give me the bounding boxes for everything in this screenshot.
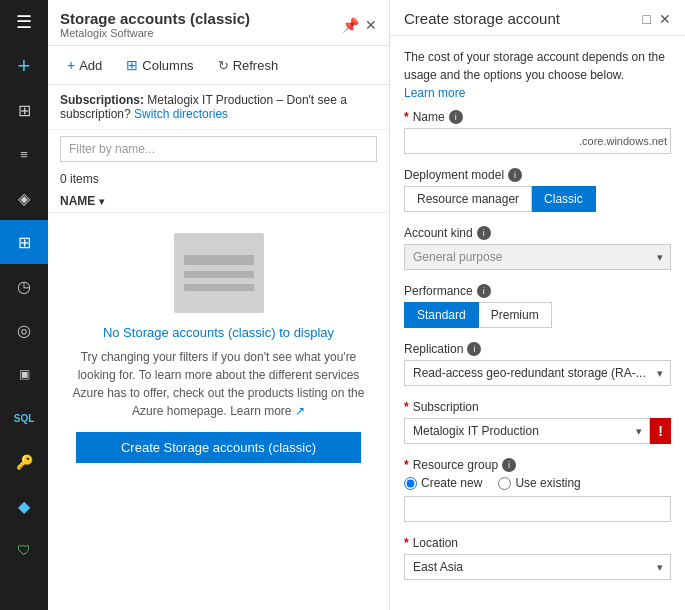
pin-icon[interactable]: 📌 bbox=[342, 17, 359, 33]
sort-icon: ▾ bbox=[99, 196, 104, 207]
performance-field-group: Performance i Standard Premium bbox=[404, 284, 671, 328]
use-existing-radio-label[interactable]: Use existing bbox=[498, 476, 580, 490]
panel-title: Storage accounts (classic) bbox=[60, 10, 250, 27]
deployment-classic-btn[interactable]: Classic bbox=[532, 186, 596, 212]
resource-group-input[interactable] bbox=[404, 496, 671, 522]
panel-header: Storage accounts (classic) Metalogix Sof… bbox=[48, 0, 389, 46]
right-close-icon[interactable]: ✕ bbox=[659, 11, 671, 27]
list-icon[interactable]: ≡ bbox=[0, 132, 48, 176]
box-icon[interactable]: ▣ bbox=[0, 352, 48, 396]
performance-standard-btn[interactable]: Standard bbox=[404, 302, 479, 328]
deployment-field-group: Deployment model i Resource manager Clas… bbox=[404, 168, 671, 212]
panel-subtitle: Metalogix Software bbox=[60, 27, 250, 39]
sql-icon[interactable]: SQL bbox=[0, 396, 48, 440]
rg-required-star: * bbox=[404, 458, 409, 472]
info-text: The cost of your storage account depends… bbox=[404, 48, 671, 102]
name-info-icon[interactable]: i bbox=[449, 110, 463, 124]
empty-illustration bbox=[174, 233, 264, 313]
maximize-icon[interactable]: □ bbox=[643, 11, 651, 27]
subscription-row: Metalogix IT Production ! bbox=[404, 418, 671, 444]
resource-group-label: * Resource group i bbox=[404, 458, 671, 472]
globe-icon[interactable]: ◎ bbox=[0, 308, 48, 352]
rg-info-icon[interactable]: i bbox=[502, 458, 516, 472]
performance-premium-btn[interactable]: Premium bbox=[479, 302, 552, 328]
refresh-icon: ↻ bbox=[218, 58, 229, 73]
diamond-icon[interactable]: ◆ bbox=[0, 484, 48, 528]
refresh-button[interactable]: ↻ Refresh bbox=[207, 53, 290, 78]
illustration-bar-2 bbox=[184, 271, 254, 278]
deployment-label: Deployment model i bbox=[404, 168, 671, 182]
name-field-group: * Name i .core.windows.net bbox=[404, 110, 671, 154]
plus-icon[interactable]: + bbox=[0, 44, 48, 88]
resource-group-field-group: * Resource group i Create new Use existi… bbox=[404, 458, 671, 522]
resource-group-radio-group: Create new Use existing bbox=[404, 476, 671, 490]
deployment-btn-group: Resource manager Classic bbox=[404, 186, 671, 212]
subscription-select-wrapper: Metalogix IT Production bbox=[404, 418, 650, 444]
toolbar: + Add ⊞ Columns ↻ Refresh bbox=[48, 46, 389, 85]
rg-input-row bbox=[404, 496, 671, 522]
account-kind-info-icon[interactable]: i bbox=[477, 226, 491, 240]
illustration-bar-1 bbox=[184, 255, 254, 265]
create-new-radio[interactable] bbox=[404, 477, 417, 490]
sidebar: ☰ + ⊞ ≡ ◈ ⊞ ◷ ◎ ▣ SQL 🔑 ◆ 🛡 bbox=[0, 0, 48, 610]
columns-icon: ⊞ bbox=[126, 57, 138, 73]
shield-icon[interactable]: 🛡 bbox=[0, 528, 48, 572]
subscription-field-group: * Subscription Metalogix IT Production ! bbox=[404, 400, 671, 444]
deployment-resource-manager-btn[interactable]: Resource manager bbox=[404, 186, 532, 212]
account-kind-label: Account kind i bbox=[404, 226, 671, 240]
subscriptions-bar: Subscriptions: Metalogix IT Production –… bbox=[48, 85, 389, 130]
required-star: * bbox=[404, 110, 409, 124]
right-body: The cost of your storage account depends… bbox=[390, 36, 685, 610]
right-panel-header: Create storage account □ ✕ bbox=[390, 0, 685, 36]
location-select-wrapper: East Asia bbox=[404, 554, 671, 580]
create-storage-button[interactable]: Create Storage accounts (classic) bbox=[76, 432, 361, 463]
close-icon[interactable]: ✕ bbox=[365, 17, 377, 33]
subscription-select[interactable]: Metalogix IT Production bbox=[404, 418, 650, 444]
learn-more-link[interactable]: ↗ bbox=[295, 404, 305, 418]
location-select[interactable]: East Asia bbox=[404, 554, 671, 580]
replication-info-icon[interactable]: i bbox=[467, 342, 481, 356]
name-input[interactable] bbox=[404, 128, 671, 154]
create-new-radio-label[interactable]: Create new bbox=[404, 476, 482, 490]
switch-directories-link[interactable]: Switch directories bbox=[134, 107, 228, 121]
performance-btn-group: Standard Premium bbox=[404, 302, 671, 328]
replication-select[interactable]: Read-access geo-redundant storage (RA-..… bbox=[404, 360, 671, 386]
cube-icon[interactable]: ◈ bbox=[0, 176, 48, 220]
learn-more-right-link[interactable]: Learn more bbox=[404, 86, 465, 100]
subscription-error-btn[interactable]: ! bbox=[650, 418, 671, 444]
location-label: * Location bbox=[404, 536, 671, 550]
empty-text: Try changing your filters if you don't s… bbox=[64, 348, 373, 420]
add-icon: + bbox=[67, 57, 75, 73]
name-input-row: .core.windows.net bbox=[404, 128, 671, 154]
replication-field-group: Replication i Read-access geo-redundant … bbox=[404, 342, 671, 386]
add-button[interactable]: + Add bbox=[56, 52, 113, 78]
account-kind-select-wrapper: General purpose bbox=[404, 244, 671, 270]
name-label: * Name i bbox=[404, 110, 671, 124]
filter-input[interactable] bbox=[60, 136, 377, 162]
location-required-star: * bbox=[404, 536, 409, 550]
grid-icon[interactable]: ⊞ bbox=[0, 220, 48, 264]
replication-label: Replication i bbox=[404, 342, 671, 356]
subscriptions-label: Subscriptions: bbox=[60, 93, 144, 107]
empty-state: No Storage accounts (classic) to display… bbox=[48, 213, 389, 610]
column-header[interactable]: NAME ▾ bbox=[48, 190, 389, 213]
performance-label: Performance i bbox=[404, 284, 671, 298]
replication-select-wrapper: Read-access geo-redundant storage (RA-..… bbox=[404, 360, 671, 386]
account-kind-select[interactable]: General purpose bbox=[404, 244, 671, 270]
location-field-group: * Location East Asia bbox=[404, 536, 671, 580]
right-header-icons: □ ✕ bbox=[643, 11, 671, 27]
deployment-info-icon[interactable]: i bbox=[508, 168, 522, 182]
performance-info-icon[interactable]: i bbox=[477, 284, 491, 298]
subscription-label: * Subscription bbox=[404, 400, 671, 414]
right-panel-title: Create storage account bbox=[404, 10, 560, 27]
left-panel: Storage accounts (classic) Metalogix Sof… bbox=[48, 0, 390, 610]
empty-title: No Storage accounts (classic) to display bbox=[103, 325, 334, 340]
illustration-bar-3 bbox=[184, 284, 254, 291]
use-existing-radio[interactable] bbox=[498, 477, 511, 490]
key-icon[interactable]: 🔑 bbox=[0, 440, 48, 484]
hamburger-icon[interactable]: ☰ bbox=[0, 0, 48, 44]
account-kind-field-group: Account kind i General purpose bbox=[404, 226, 671, 270]
columns-button[interactable]: ⊞ Columns bbox=[115, 52, 204, 78]
clock-icon[interactable]: ◷ bbox=[0, 264, 48, 308]
dashboard-icon[interactable]: ⊞ bbox=[0, 88, 48, 132]
